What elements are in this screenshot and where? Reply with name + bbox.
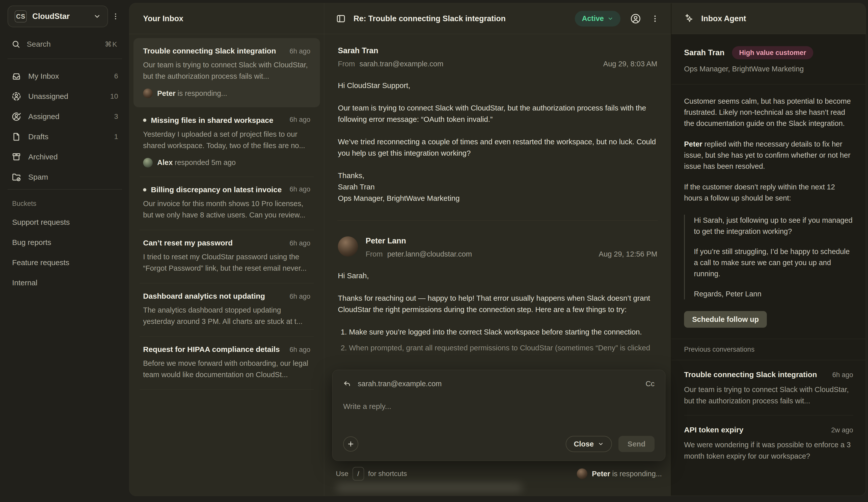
list-item-title: Missing files in shared workspace <box>143 116 273 125</box>
sender-name: Peter Lann <box>365 237 472 245</box>
sidebar-item-spam[interactable]: Spam <box>8 167 122 187</box>
list-item[interactable]: Dashboard analytics not updating 6h ago … <box>134 283 320 336</box>
sidebar-kebab-menu[interactable] <box>109 10 122 23</box>
status-dropdown[interactable]: Active <box>575 11 620 27</box>
sidebar-item-unassigned[interactable]: Unassigned 10 <box>8 86 122 106</box>
app-window: Your Inbox Trouble connecting Slack inte… <box>129 3 866 496</box>
prev-item-title: Trouble connecting Slack integration <box>684 370 817 379</box>
sidebar-item-count: 1 <box>114 133 118 141</box>
agent-body[interactable]: Sarah Tran High value customer Ops Manag… <box>671 34 866 496</box>
search-button[interactable]: Search ⌘K <box>8 27 122 59</box>
unread-dot <box>143 188 146 191</box>
assignee-icon[interactable] <box>630 13 641 24</box>
typing-indicator: Peter is responding... <box>577 469 662 479</box>
sidebar-nav: My Inbox 6 Unassigned 10 Assigned 3 Draf… <box>8 59 122 189</box>
sender-email: peter.lann@cloudstar.com <box>387 250 472 258</box>
list-item[interactable]: Trouble connecting Slack integration 6h … <box>134 38 320 107</box>
composer-to-email: sarah.tran@example.com <box>358 380 442 388</box>
attach-button[interactable] <box>343 437 358 451</box>
suggested-followup-quote: Hi Sarah, just following up to see if yo… <box>684 215 853 300</box>
schedule-follow-up-button[interactable]: Schedule follow up <box>684 311 767 328</box>
list-item-preview: Our team is trying to connect Slack with… <box>143 59 310 82</box>
close-button[interactable]: Close <box>566 436 612 452</box>
sender-from: From peter.lann@cloudstar.com <box>365 250 472 258</box>
search-shortcut: ⌘K <box>105 40 117 49</box>
previous-conversation-item[interactable]: Trouble connecting Slack integration 6h … <box>671 360 866 415</box>
list-item[interactable]: Request for HIPAA compliance details 6h … <box>134 336 320 389</box>
composer-actions: Close Send <box>343 436 654 452</box>
inbox-agent-panel: Inbox Agent Sarah Tran High value custom… <box>671 3 866 496</box>
file-icon <box>12 132 21 142</box>
list-item-preview: The analytics dashboard stopped updating… <box>143 304 310 327</box>
message-timestamp: Aug 29, 8:03 AM <box>603 60 657 68</box>
list-item-time: 6h ago <box>285 239 310 247</box>
workspace-logo: CS <box>14 10 27 22</box>
sidebar-item-count: 3 <box>114 113 118 121</box>
list-item-preview: I tried to reset my CloudStar password u… <box>143 251 310 274</box>
sidebar-item-label: Spam <box>28 173 48 181</box>
workspace-row: CS CloudStar <box>8 6 122 27</box>
sidebar-item-bug-reports[interactable]: Bug reports <box>8 232 122 252</box>
message-header: Sarah Tran From sarah.tran@example.com A… <box>338 46 657 68</box>
sender-email: sarah.tran@example.com <box>360 60 443 68</box>
cc-button[interactable]: Cc <box>646 380 654 388</box>
message-header: Peter Lann From peter.lann@cloudstar.com… <box>338 237 657 258</box>
customer-role: Ops Manager, BrightWave Marketing <box>684 65 853 73</box>
sidebar-item-assigned[interactable]: Assigned 3 <box>8 106 122 127</box>
sidebar-toggle-icon[interactable] <box>336 14 346 24</box>
list-item-responder: Peter is responding... <box>143 88 310 98</box>
list-item[interactable]: Can’t reset my password 6h ago I tried t… <box>134 230 320 283</box>
composer-to-row: sarah.tran@example.com Cc <box>343 380 654 388</box>
folder-block-icon <box>12 172 21 182</box>
sidebar-item-my-inbox[interactable]: My Inbox 6 <box>8 66 122 86</box>
inbox-list-header: Your Inbox <box>130 3 324 34</box>
list-item-title: Dashboard analytics not updating <box>143 292 265 301</box>
prev-item-time: 2w ago <box>827 426 853 434</box>
previous-conversation-item[interactable]: API token expiry 2w ago We were wonderin… <box>671 416 866 470</box>
inbox-list: Trouble connecting Slack integration 6h … <box>130 34 324 496</box>
list-item-time: 6h ago <box>285 346 310 354</box>
list-item-title: Billing discrepancy on latest invoice <box>143 186 282 194</box>
list-item-preview: Yesterday I uploaded a set of project fi… <box>143 129 310 151</box>
workspace-selector[interactable]: CS CloudStar <box>8 6 108 27</box>
list-item-time: 6h ago <box>285 116 310 124</box>
chevron-down-icon <box>93 13 101 20</box>
list-item-time: 6h ago <box>285 293 310 301</box>
list-item-time: 6h ago <box>285 186 310 193</box>
sender-from: From sarah.tran@example.com <box>338 60 443 68</box>
list-item-preview: Our invoice for this month shows 10 Pro … <box>143 198 310 221</box>
previous-conversations-label: Previous conversations <box>671 339 866 360</box>
message-body: Hi Sarah, Thanks for reaching out — happ… <box>338 270 657 353</box>
reply-input[interactable]: Write a reply... <box>343 402 654 411</box>
sidebar-item-archived[interactable]: Archived <box>8 147 122 167</box>
sidebar-item-internal[interactable]: Internal <box>8 273 122 293</box>
agent-summary: Customer seems calm, but has potential t… <box>671 84 866 300</box>
agent-header: Inbox Agent <box>671 3 866 34</box>
sidebar-item-label: Assigned <box>28 112 59 121</box>
send-button[interactable]: Send <box>619 436 654 452</box>
sidebar-item-support-requests[interactable]: Support requests <box>8 212 122 232</box>
sidebar-item-label: Drafts <box>28 133 49 141</box>
list-item-time: 6h ago <box>285 48 310 55</box>
list-item[interactable]: Billing discrepancy on latest invoice 6h… <box>134 177 320 230</box>
thread-title: Re: Trouble connecting Slack integration <box>353 14 506 23</box>
sidebar-item-feature-requests[interactable]: Feature requests <box>8 252 122 273</box>
slash-key: / <box>352 467 364 481</box>
list-item[interactable]: Missing files in shared workspace 6h ago… <box>134 107 320 177</box>
sender-name: Sarah Tran <box>338 46 443 55</box>
sparkles-icon <box>684 13 695 24</box>
message-divider <box>337 220 658 221</box>
reply-icon <box>343 380 351 388</box>
sidebar-item-label: Unassigned <box>28 92 68 101</box>
thread-kebab-menu[interactable] <box>651 14 659 23</box>
list-item-preview: Before we move forward with onboarding, … <box>143 358 310 380</box>
sidebar-item-drafts[interactable]: Drafts 1 <box>8 127 122 147</box>
avatar <box>577 469 587 479</box>
prev-item-title: API token expiry <box>684 426 743 434</box>
archive-icon <box>12 152 21 162</box>
sidebar-item-count: 10 <box>110 92 118 101</box>
workspace-name: CloudStar <box>32 12 70 21</box>
avatar <box>143 158 153 167</box>
composer-area: sarah.tran@example.com Cc Write a reply.… <box>332 370 665 493</box>
reply-composer: sarah.tran@example.com Cc Write a reply.… <box>332 370 665 461</box>
